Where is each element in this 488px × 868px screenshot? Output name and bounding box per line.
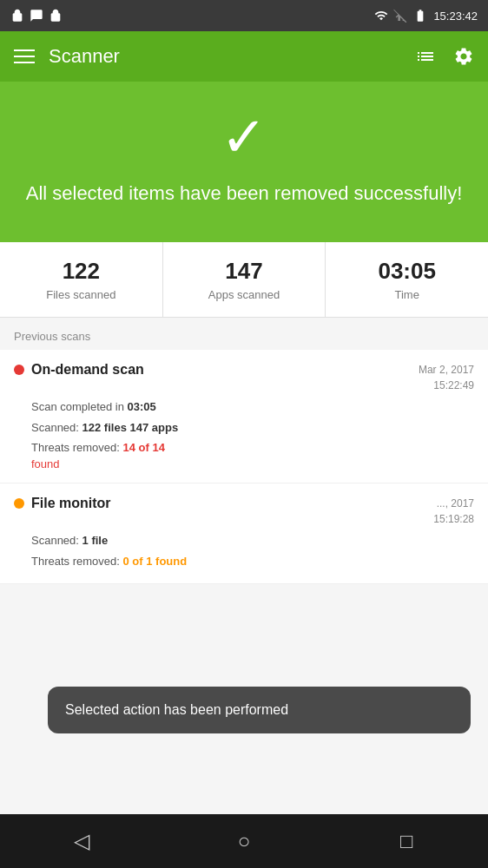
stat-files-scanned: 122 Files scanned [0, 242, 163, 317]
stat-apps-scanned: 147 Apps scanned [163, 242, 326, 317]
list-icon[interactable] [415, 46, 436, 67]
toolbar: Scanner [0, 31, 488, 82]
status-time: 15:23:42 [433, 10, 478, 23]
scan-scanned-1: Scanned: 122 files 147 apps [31, 419, 474, 437]
scan-completed-1: Scan completed in 03:05 [31, 398, 474, 417]
hero-banner: ✓ All selected items have been removed s… [0, 82, 488, 242]
hero-message: All selected items have been removed suc… [26, 181, 463, 207]
status-bar-left [10, 9, 63, 23]
scan-date-2: ..., 2017 15:19:28 [433, 496, 474, 527]
apps-scanned-label: Apps scanned [208, 288, 280, 301]
settings-icon[interactable] [453, 46, 474, 67]
scan-scanned-2: Scanned: 1 file [31, 532, 474, 550]
files-scanned-label: Files scanned [46, 288, 115, 301]
stat-time: 03:05 Time [326, 242, 488, 317]
scan-item-ondemand[interactable]: On-demand scan Mar 2, 2017 15:22:49 Scan… [0, 350, 488, 483]
toolbar-title: Scanner [49, 45, 120, 68]
recents-button[interactable]: □ [386, 820, 427, 862]
apps-scanned-value: 147 [225, 258, 262, 285]
scan-list: On-demand scan Mar 2, 2017 15:22:49 Scan… [0, 350, 488, 584]
scan-threats-1: Threats removed: 14 of 14 [31, 439, 474, 457]
wifi-icon [374, 9, 388, 23]
back-button[interactable]: ◁ [61, 820, 102, 862]
scan-dot-red [14, 365, 24, 375]
notification-icon-1 [10, 9, 24, 23]
check-icon: ✓ [221, 109, 267, 165]
time-label: Time [394, 288, 419, 301]
scan-date-1: Mar 2, 2017 15:22:49 [419, 362, 474, 393]
toolbar-left: Scanner [14, 45, 120, 68]
scan-item-left-2: File monitor [14, 496, 111, 511]
scan-item-left-1: On-demand scan [14, 362, 144, 378]
scan-item-filemonitor[interactable]: File monitor ..., 2017 15:19:28 Scanned:… [0, 483, 488, 584]
home-button[interactable]: ○ [223, 820, 265, 862]
status-bar-right: 15:23:42 [374, 9, 478, 23]
scan-dot-orange [14, 498, 24, 509]
menu-button[interactable] [14, 49, 35, 63]
battery-icon [412, 9, 428, 23]
scan-title-2: File monitor [31, 496, 111, 511]
section-label: Previous scans [0, 318, 488, 350]
scan-title-1: On-demand scan [31, 362, 144, 378]
files-scanned-value: 122 [63, 258, 100, 285]
stats-row: 122 Files scanned 147 Apps scanned 03:05… [0, 242, 488, 318]
notification-icon-3 [49, 9, 63, 23]
toolbar-icons [415, 46, 474, 67]
signal-icon [393, 9, 407, 23]
toast-message: Selected action has been performed [48, 687, 471, 733]
scan-found-1: found [31, 457, 474, 470]
scan-item-header-1: On-demand scan Mar 2, 2017 15:22:49 [14, 362, 474, 393]
scan-threats-2: Threats removed: 0 of 1 found [31, 553, 474, 571]
notification-icon-2 [30, 9, 43, 23]
nav-bar: ◁ ○ □ [0, 814, 488, 868]
time-value: 03:05 [378, 258, 436, 285]
scan-item-header-2: File monitor ..., 2017 15:19:28 [14, 496, 474, 527]
status-bar: 15:23:42 [0, 0, 488, 31]
